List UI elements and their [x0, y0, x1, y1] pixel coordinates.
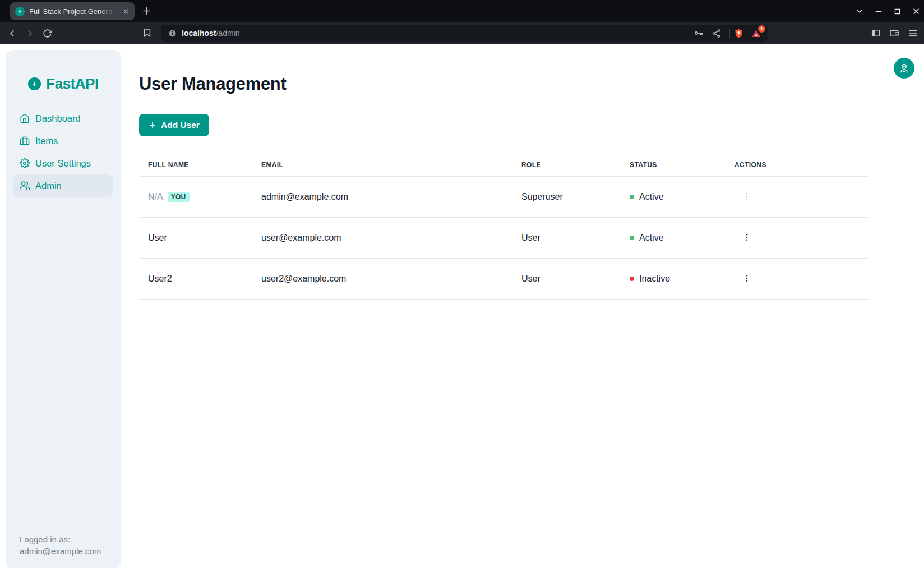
- status-dot-icon: [630, 236, 634, 240]
- logged-in-footer: Logged in as: admin@example.com: [20, 533, 101, 557]
- status-badge: Inactive: [630, 274, 734, 284]
- cell-email: user@example.com: [261, 233, 521, 243]
- sidebar-panel-icon[interactable]: [871, 28, 881, 38]
- column-header-actions: ACTIONS: [734, 161, 869, 169]
- column-header-email: EMAIL: [261, 161, 521, 169]
- table-row: User2 user2@example.com User Inactive: [139, 259, 869, 300]
- back-icon[interactable]: [7, 28, 17, 39]
- share-icon[interactable]: [712, 29, 721, 38]
- cell-role: User: [521, 233, 630, 243]
- divider: [729, 29, 730, 38]
- logged-in-email: admin@example.com: [20, 545, 101, 557]
- sidebar-item-label: User Settings: [35, 158, 91, 169]
- rewards-badge: 1: [758, 25, 765, 33]
- tab-close-icon[interactable]: [122, 8, 130, 15]
- browser-tab[interactable]: Full Stack Project Genera: [10, 2, 135, 20]
- sidebar-item-label: Items: [35, 136, 58, 146]
- password-key-icon[interactable]: [694, 28, 704, 38]
- cell-full-name: N/A: [148, 192, 163, 202]
- sidebar-item-dashboard[interactable]: Dashboard: [13, 107, 113, 130]
- fastapi-logo: FastAPI: [6, 50, 121, 93]
- logo-text: FastAPI: [46, 75, 98, 93]
- column-header-full-name: FULL NAME: [148, 161, 261, 169]
- sidebar-nav: Dashboard Items User Settings Admin: [6, 107, 121, 197]
- forward-icon[interactable]: [25, 28, 35, 39]
- sidebar-item-items[interactable]: Items: [13, 130, 113, 152]
- cell-status: Active: [639, 192, 664, 202]
- status-badge: Active: [630, 233, 734, 243]
- site-info-icon[interactable]: [168, 29, 177, 38]
- cell-role: Superuser: [521, 192, 630, 202]
- cell-email: admin@example.com: [261, 192, 521, 202]
- tab-title: Full Stack Project Genera: [29, 7, 118, 16]
- you-badge: YOU: [168, 192, 190, 202]
- fastapi-favicon-icon: [15, 7, 25, 16]
- address-bar[interactable]: localhost /admin 1: [161, 25, 768, 42]
- briefcase-icon: [20, 136, 30, 146]
- page-content: FastAPI Dashboard Items User Settings: [0, 44, 924, 575]
- cell-full-name: User: [148, 233, 167, 243]
- page-title: User Management: [139, 44, 924, 94]
- sidebar-item-admin[interactable]: Admin: [13, 174, 113, 197]
- table-row: User user@example.com User Active: [139, 218, 869, 259]
- status-badge: Active: [630, 192, 734, 202]
- row-actions-kebab-icon[interactable]: [741, 271, 752, 286]
- users-table: FULL NAME EMAIL ROLE STATUS ACTIONS N/A …: [139, 154, 869, 300]
- gear-icon: [20, 158, 30, 168]
- table-row: N/A YOU admin@example.com Superuser Acti…: [139, 177, 869, 218]
- window-minimize-icon[interactable]: [874, 7, 883, 16]
- browser-toolbar: localhost /admin 1: [0, 22, 924, 44]
- cell-email: user2@example.com: [261, 274, 521, 284]
- window-controls: [855, 0, 921, 22]
- brave-shield-icon[interactable]: [733, 28, 744, 39]
- bookmark-icon[interactable]: [142, 28, 152, 38]
- window-menu-chevron-icon[interactable]: [855, 7, 864, 16]
- fastapi-bolt-icon: [28, 77, 41, 90]
- window-maximize-icon[interactable]: [893, 7, 902, 16]
- row-actions-kebab-icon[interactable]: [741, 189, 752, 204]
- logged-in-label: Logged in as:: [20, 533, 101, 545]
- row-actions-kebab-icon[interactable]: [741, 230, 752, 245]
- add-user-label: Add User: [161, 120, 200, 130]
- column-header-role: ROLE: [521, 161, 630, 169]
- menu-hamburger-icon[interactable]: [908, 28, 918, 38]
- status-dot-icon: [630, 277, 634, 281]
- cell-status: Inactive: [639, 274, 670, 284]
- table-header-row: FULL NAME EMAIL ROLE STATUS ACTIONS: [139, 154, 869, 177]
- browser-tab-bar: Full Stack Project Genera: [0, 0, 924, 22]
- url-path: /admin: [216, 29, 239, 38]
- cell-full-name: User2: [148, 274, 172, 284]
- status-dot-icon: [630, 195, 634, 199]
- main-panel: User Management Add User FULL NAME EMAIL…: [139, 44, 924, 300]
- reload-icon[interactable]: [43, 29, 52, 38]
- sidebar-item-label: Dashboard: [35, 113, 81, 124]
- home-icon: [20, 113, 30, 123]
- users-icon: [20, 181, 30, 191]
- cell-role: User: [521, 274, 630, 284]
- window-close-icon[interactable]: [912, 7, 921, 16]
- cell-status: Active: [639, 233, 664, 243]
- plus-icon: [149, 121, 156, 129]
- sidebar-item-user-settings[interactable]: User Settings: [13, 152, 113, 174]
- column-header-status: STATUS: [630, 161, 734, 169]
- sidebar-item-label: Admin: [35, 181, 62, 191]
- url-host: localhost: [182, 29, 216, 38]
- brave-rewards-icon[interactable]: 1: [751, 28, 761, 39]
- new-tab-icon[interactable]: [141, 6, 152, 16]
- sidebar: FastAPI Dashboard Items User Settings: [6, 50, 121, 568]
- add-user-button[interactable]: Add User: [139, 114, 209, 136]
- wallet-icon[interactable]: [889, 28, 899, 38]
